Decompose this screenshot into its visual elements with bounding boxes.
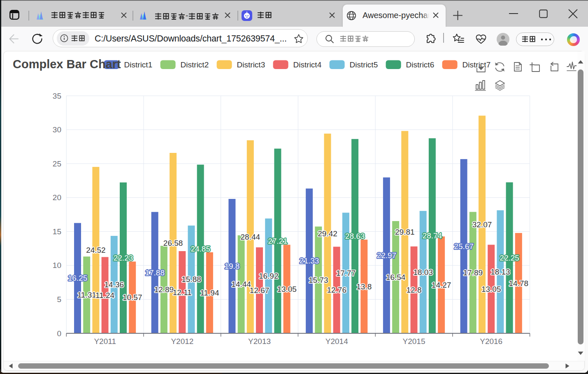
svg-text:32.07: 32.07 [472, 220, 492, 229]
svg-text:35: 35 [53, 92, 61, 100]
svg-text:District3: District3 [237, 60, 265, 69]
svg-text:14.78: 14.78 [509, 279, 529, 288]
svg-text:13.05: 13.05 [481, 285, 501, 293]
svg-text:24.52: 24.52 [86, 246, 106, 254]
svg-text:18.13: 18.13 [490, 268, 510, 276]
svg-text:12.8: 12.8 [407, 286, 422, 294]
svg-text:14.36: 14.36 [105, 280, 124, 289]
svg-text:28.63: 28.63 [345, 232, 365, 240]
svg-text:29.81: 29.81 [395, 228, 415, 236]
svg-text:28.44: 28.44 [241, 233, 260, 241]
svg-text:Y2015: Y2015 [403, 337, 425, 346]
svg-text:25: 25 [53, 159, 61, 168]
svg-text:Y2011: Y2011 [94, 337, 116, 346]
svg-text:14.44: 14.44 [231, 280, 251, 289]
svg-text:17.77: 17.77 [336, 269, 356, 277]
svg-text:16.92: 16.92 [259, 272, 279, 280]
svg-text:24.85: 24.85 [191, 245, 210, 253]
svg-text:16.54: 16.54 [386, 273, 406, 282]
svg-text:11.24: 11.24 [95, 291, 115, 300]
svg-text:22.25: 22.25 [500, 254, 519, 262]
svg-text:18.03: 18.03 [413, 268, 433, 277]
svg-text:22.23: 22.23 [114, 254, 133, 262]
svg-text:17.88: 17.88 [145, 268, 165, 277]
svg-text:28.74: 28.74 [423, 231, 442, 240]
svg-text:12.89: 12.89 [154, 285, 174, 294]
svg-text:12.11: 12.11 [173, 288, 192, 297]
svg-text:District1: District1 [124, 60, 153, 69]
svg-text:Y2012: Y2012 [171, 337, 193, 346]
svg-text:14.27: 14.27 [432, 281, 451, 289]
svg-text:13.8: 13.8 [356, 282, 372, 291]
svg-text:19.8: 19.8 [224, 262, 239, 270]
svg-text:District4: District4 [293, 60, 322, 69]
svg-text:Y2016: Y2016 [480, 337, 502, 346]
svg-text:District6: District6 [406, 60, 435, 69]
svg-text:Complex Bar Chart: Complex Bar Chart [13, 58, 121, 71]
svg-text:10.57: 10.57 [123, 293, 142, 302]
svg-text:25.67: 25.67 [454, 242, 474, 251]
svg-text:11.31: 11.31 [77, 291, 96, 299]
svg-text:District2: District2 [181, 60, 209, 69]
svg-text:27.21: 27.21 [268, 237, 288, 245]
svg-text:District7: District7 [462, 60, 491, 69]
svg-text:17.89: 17.89 [463, 268, 483, 277]
svg-text:12.76: 12.76 [327, 286, 346, 294]
svg-text:10: 10 [53, 261, 61, 270]
svg-text:30: 30 [53, 125, 61, 134]
svg-text:20: 20 [53, 193, 61, 202]
svg-text:16.25: 16.25 [68, 274, 88, 282]
svg-text:0: 0 [57, 329, 61, 338]
svg-text:District5: District5 [350, 60, 378, 69]
svg-text:22.97: 22.97 [377, 251, 397, 260]
svg-text:Y2014: Y2014 [325, 337, 348, 346]
svg-text:26.58: 26.58 [163, 239, 183, 247]
svg-text:5: 5 [57, 295, 61, 304]
svg-text:29.42: 29.42 [318, 229, 337, 238]
svg-text:Y2013: Y2013 [248, 337, 271, 346]
svg-text:15.88: 15.88 [181, 275, 201, 284]
svg-text:12.67: 12.67 [250, 286, 270, 295]
svg-text:11.94: 11.94 [200, 289, 219, 297]
svg-text:13.05: 13.05 [277, 285, 297, 293]
svg-text:21.33: 21.33 [300, 256, 319, 265]
svg-text:15: 15 [53, 227, 61, 236]
svg-text:15.73: 15.73 [309, 276, 328, 284]
